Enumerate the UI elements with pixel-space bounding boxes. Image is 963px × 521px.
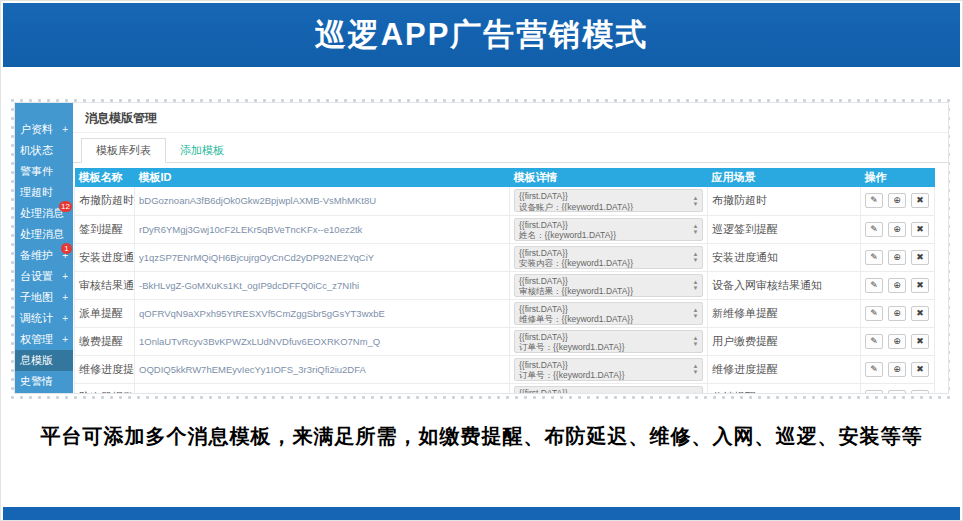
scroll-spinner[interactable]: ▲ ▼	[690, 303, 701, 324]
sidebar: 户资料 + 机状态 警事件 理超时	[15, 103, 73, 393]
cell-operations: ✎ ⊕ ✖	[861, 215, 935, 243]
sidebar-item[interactable]: 子地图 +	[15, 287, 73, 308]
cell-template-detail: {{first.DATA}} 店铺名称：{{keyword1.DATA}} ▲ …	[510, 383, 708, 394]
spinner-down-icon[interactable]: ▼	[693, 313, 699, 319]
sidebar-item[interactable]: 台设置 +	[15, 266, 73, 287]
tab-add-template[interactable]: 添加模板	[166, 139, 238, 162]
spinner-down-icon[interactable]: ▼	[693, 341, 699, 347]
detail-line-1: {{first.DATA}}	[519, 360, 686, 371]
template-detail-textarea[interactable]: {{first.DATA}} 店铺名称：{{keyword1.DATA}} ▲ …	[514, 386, 703, 395]
spinner-down-icon[interactable]: ▼	[693, 285, 699, 291]
header-template-id: 模板ID	[135, 168, 510, 187]
template-detail-textarea[interactable]: {{first.DATA}} 姓名：{{keyword1.DATA}} ▲ ▼	[514, 218, 703, 241]
edit-button[interactable]: ✎	[865, 278, 883, 293]
edit-button[interactable]: ✎	[865, 362, 883, 377]
template-detail-textarea[interactable]: {{first.DATA}} 维修单号：{{keyword1.DATA}} ▲ …	[514, 302, 703, 325]
delete-button[interactable]: ✖	[911, 362, 929, 377]
detail-line-2: 设备账户：{{keyword1.DATA}}	[519, 202, 686, 213]
spinner-down-icon[interactable]: ▼	[693, 201, 699, 207]
expand-plus-icon[interactable]: +	[62, 329, 68, 350]
expand-plus-icon[interactable]: +	[62, 266, 68, 287]
scroll-spinner[interactable]: ▲ ▼	[690, 247, 701, 268]
template-detail-textarea[interactable]: {{first.DATA}} 设备账户：{{keyword1.DATA}} ▲ …	[514, 189, 703, 212]
scroll-spinner[interactable]: ▲ ▼	[690, 387, 701, 395]
bottom-blue-bar	[3, 507, 960, 521]
title-banner: 巡逻APP广告营销模式	[3, 3, 960, 67]
template-detail-textarea[interactable]: {{first.DATA}} 审核结果：{{keyword1.DATA}} ▲ …	[514, 274, 703, 297]
notification-badge: 12	[59, 201, 72, 212]
header-template-name: 模板名称	[75, 168, 135, 187]
sidebar-item[interactable]: 权管理 +	[15, 329, 73, 350]
template-detail-textarea[interactable]: {{first.DATA}} 订单号：{{keyword1.DATA}} ▲ ▼	[514, 358, 703, 381]
scroll-spinner[interactable]: ▲ ▼	[690, 219, 701, 240]
sidebar-item[interactable]: 理超时	[15, 182, 73, 203]
delete-button[interactable]: ✖	[911, 278, 929, 293]
edit-button[interactable]: ✎	[865, 390, 883, 395]
detail-line-2: 订单号：{{keyword1.DATA}}	[519, 370, 686, 381]
cell-operations: ✎ ⊕ ✖	[861, 187, 935, 215]
edit-button[interactable]: ✎	[865, 334, 883, 349]
scroll-spinner[interactable]: ▲ ▼	[690, 331, 701, 352]
sidebar-item[interactable]: 调统计 +	[15, 308, 73, 329]
cell-operations: ✎ ⊕ ✖	[861, 355, 935, 383]
sidebar-item[interactable]: 处理消息	[15, 224, 73, 245]
tab-template-list[interactable]: 模板库列表	[81, 138, 166, 163]
spinner-down-icon[interactable]: ▼	[693, 257, 699, 263]
view-button[interactable]: ⊕	[888, 390, 906, 395]
template-detail-textarea[interactable]: {{first.DATA}} 订单号：{{keyword1.DATA}} ▲ ▼	[514, 330, 703, 353]
expand-plus-icon[interactable]: +	[62, 308, 68, 329]
sidebar-item[interactable]: 史警情	[15, 371, 73, 392]
cell-template-name: 布撤防超时	[75, 187, 135, 215]
view-button[interactable]: ⊕	[888, 306, 906, 321]
sidebar-item[interactable]: 息模版	[15, 350, 73, 371]
cell-template-id: rDyR6YMgj3Gwj10cF2LEKr5qBVeTncKFx--e10ez…	[135, 215, 510, 243]
expand-plus-icon[interactable]: +	[62, 287, 68, 308]
view-button[interactable]: ⊕	[888, 250, 906, 265]
delete-button[interactable]: ✖	[911, 390, 929, 395]
header-scenario: 应用场景	[708, 168, 861, 187]
spinner-down-icon[interactable]: ▼	[693, 229, 699, 235]
view-button[interactable]: ⊕	[888, 222, 906, 237]
cell-template-id: -BkHLvgZ-GoMXuKs1Kt_ogIP9dcDFFQ0iCc_z7NI…	[135, 271, 510, 299]
delete-button[interactable]: ✖	[911, 334, 929, 349]
header-operations: 操作	[861, 168, 935, 187]
sidebar-item-label: 处理消息	[20, 228, 64, 240]
sidebar-item-label: 机状态	[20, 144, 53, 156]
sidebar-item[interactable]: 备维护 1 +	[15, 245, 73, 266]
detail-line-1: {{first.DATA}}	[519, 388, 686, 395]
scroll-spinner[interactable]: ▲ ▼	[690, 359, 701, 380]
cell-template-detail: {{first.DATA}} 订单号：{{keyword1.DATA}} ▲ ▼	[510, 327, 708, 355]
edit-button[interactable]: ✎	[865, 306, 883, 321]
template-detail-textarea[interactable]: {{first.DATA}} 安装内容：{{keyword1.DATA}} ▲ …	[514, 246, 703, 269]
cell-scenario: 布撤防超时	[708, 187, 861, 215]
scroll-spinner[interactable]: ▲ ▼	[690, 275, 701, 296]
spinner-up-icon[interactable]: ▲	[693, 391, 699, 394]
edit-button[interactable]: ✎	[865, 193, 883, 208]
sidebar-item[interactable]: 警事件	[15, 161, 73, 182]
table-row: 签到提醒 rDyR6YMgj3Gwj10cF2LEKr5qBVeTncKFx--…	[75, 215, 935, 243]
view-button[interactable]: ⊕	[888, 278, 906, 293]
sidebar-item[interactable]: 机状态	[15, 140, 73, 161]
sidebar-item[interactable]: 处理消息 12	[15, 203, 73, 224]
detail-line-2: 审核结果：{{keyword1.DATA}}	[519, 286, 686, 297]
delete-button[interactable]: ✖	[911, 306, 929, 321]
header-template-detail: 模板详情	[510, 168, 708, 187]
view-button[interactable]: ⊕	[888, 193, 906, 208]
edit-button[interactable]: ✎	[865, 222, 883, 237]
scroll-spinner[interactable]: ▲ ▼	[690, 190, 701, 211]
sidebar-item-label: 户资料	[20, 123, 53, 135]
sidebar-item[interactable]: 户资料 +	[15, 119, 73, 140]
cell-template-name: 安装进度通知	[75, 243, 135, 271]
cell-scenario: 用户缴费提醒	[708, 327, 861, 355]
delete-button[interactable]: ✖	[911, 193, 929, 208]
edit-button[interactable]: ✎	[865, 250, 883, 265]
view-button[interactable]: ⊕	[888, 362, 906, 377]
spinner-down-icon[interactable]: ▼	[693, 369, 699, 375]
main-panel: 消息模版管理 模板库列表 添加模板 模板名称 模板ID 模板详情 应用场景 操作	[73, 103, 948, 393]
delete-button[interactable]: ✖	[911, 250, 929, 265]
cell-template-id: 6bEZgLMy-8EmbUD-PcZab6UqVgI36NcI7KY02gGz…	[135, 383, 510, 394]
view-button[interactable]: ⊕	[888, 334, 906, 349]
delete-button[interactable]: ✖	[911, 222, 929, 237]
cell-template-id: y1qzSP7ENrMQiQH6BjcujrgOyCnCd2yDP92NE2Yq…	[135, 243, 510, 271]
expand-plus-icon[interactable]: +	[62, 119, 68, 140]
